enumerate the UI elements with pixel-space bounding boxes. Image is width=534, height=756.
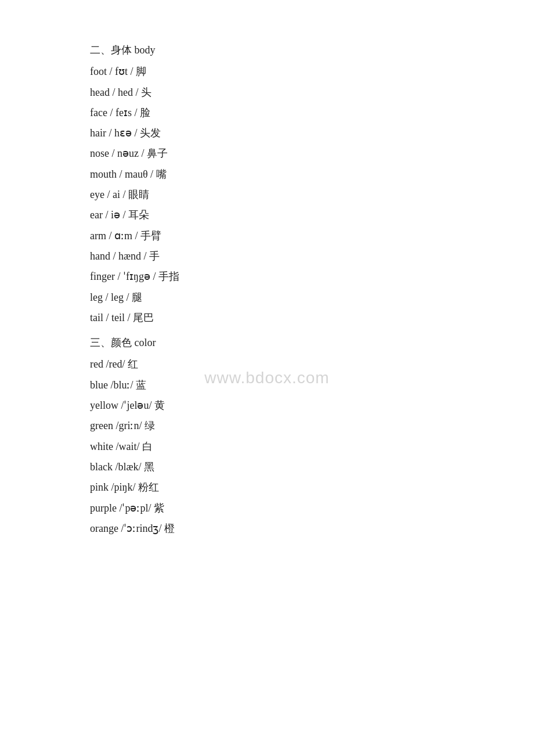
- eye: eye / ai / 眼睛: [90, 185, 534, 204]
- red: red /red/ 红: [90, 355, 534, 374]
- blue: blue /bluː/ 蓝: [90, 376, 534, 395]
- tail: tail / teil / 尾巴: [90, 308, 534, 327]
- orange: orange /ˈɔːrindʒ/ 橙: [90, 519, 534, 538]
- face: face / feɪs / 脸: [90, 103, 534, 123]
- nose: nose / nəuz / 鼻子: [90, 144, 534, 163]
- white: white /wait/ 白: [90, 437, 534, 456]
- hair: hair / hɛə / 头发: [90, 124, 534, 143]
- ear: ear / iə / 耳朵: [90, 206, 534, 225]
- hand: hand / hænd / 手: [90, 247, 534, 266]
- foot: foot / fʊt / 脚: [90, 62, 534, 81]
- yellow: yellow /ˈjeləu/ 黄: [90, 396, 534, 415]
- body-section-title: 二、身体 body: [90, 41, 534, 60]
- color-section-title: 三、颜色 color: [90, 333, 534, 352]
- mouth: mouth / mauθ / 嘴: [90, 165, 534, 184]
- head: head / hed / 头: [90, 83, 534, 102]
- finger: finger / ˈfɪŋgə / 手指: [90, 267, 534, 286]
- purple: purple /ˈpəːpl/ 紫: [90, 499, 534, 518]
- pink: pink /piŋk/ 粉红: [90, 478, 534, 497]
- main-content: 二、身体 bodyfoot / fʊt / 脚head / hed / 头fac…: [0, 0, 534, 574]
- green: green /griːn/ 绿: [90, 416, 534, 435]
- leg: leg / leg / 腿: [90, 288, 534, 307]
- black: black /blæk/ 黑: [90, 458, 534, 477]
- arm: arm / ɑːm / 手臂: [90, 226, 534, 246]
